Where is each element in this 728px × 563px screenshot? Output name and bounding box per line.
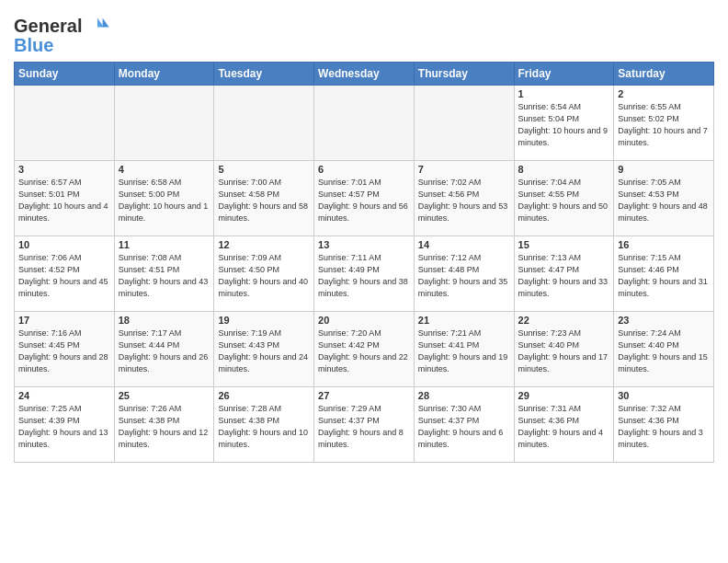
day-number: 21 [418,315,510,326]
day-cell [414,86,514,161]
day-cell: 9Sunrise: 7:05 AM Sunset: 4:53 PM Daylig… [614,161,714,236]
day-cell: 28Sunrise: 7:30 AM Sunset: 4:37 PM Dayli… [414,387,514,463]
day-info: Sunrise: 7:02 AM Sunset: 4:56 PM Dayligh… [418,177,510,224]
day-info: Sunrise: 7:28 AM Sunset: 4:38 PM Dayligh… [218,403,310,451]
day-info: Sunrise: 6:57 AM Sunset: 5:01 PM Dayligh… [18,177,110,224]
day-info: Sunrise: 7:05 AM Sunset: 4:53 PM Dayligh… [618,177,710,224]
day-info: Sunrise: 7:08 AM Sunset: 4:51 PM Dayligh… [119,252,210,300]
day-info: Sunrise: 7:00 AM Sunset: 4:58 PM Dayligh… [218,177,310,224]
day-info: Sunrise: 7:15 AM Sunset: 4:46 PM Dayligh… [618,252,710,300]
day-cell: 29Sunrise: 7:31 AM Sunset: 4:36 PM Dayli… [514,387,614,463]
logo-general: General [14,16,82,37]
day-info: Sunrise: 7:32 AM Sunset: 4:36 PM Dayligh… [618,403,710,451]
day-cell [114,86,214,161]
day-cell: 23Sunrise: 7:24 AM Sunset: 4:40 PM Dayli… [614,312,714,387]
day-cell [314,86,415,161]
header: General Blue [14,9,714,56]
day-cell: 15Sunrise: 7:13 AM Sunset: 4:47 PM Dayli… [514,236,614,312]
day-cell: 4Sunrise: 6:58 AM Sunset: 5:00 PM Daylig… [114,161,214,236]
day-info: Sunrise: 7:31 AM Sunset: 4:36 PM Dayligh… [518,403,610,451]
day-cell: 2Sunrise: 6:55 AM Sunset: 5:02 PM Daylig… [614,86,714,161]
day-number: 13 [318,239,410,250]
logo: General Blue [14,13,110,56]
day-cell: 27Sunrise: 7:29 AM Sunset: 4:37 PM Dayli… [314,387,415,463]
day-number: 30 [618,390,710,401]
day-number: 28 [418,390,510,401]
day-number: 15 [518,239,610,250]
day-number: 8 [518,164,610,175]
calendar: SundayMondayTuesdayWednesdayThursdayFrid… [14,62,714,463]
day-info: Sunrise: 7:06 AM Sunset: 4:52 PM Dayligh… [18,252,110,300]
day-info: Sunrise: 7:17 AM Sunset: 4:44 PM Dayligh… [119,327,210,375]
day-number: 11 [119,239,210,250]
day-cell: 1Sunrise: 6:54 AM Sunset: 5:04 PM Daylig… [514,86,614,161]
day-info: Sunrise: 7:01 AM Sunset: 4:57 PM Dayligh… [318,177,410,224]
day-info: Sunrise: 7:25 AM Sunset: 4:39 PM Dayligh… [18,403,110,451]
day-number: 24 [18,390,110,401]
day-number: 9 [618,164,710,175]
day-cell: 5Sunrise: 7:00 AM Sunset: 4:58 PM Daylig… [214,161,314,236]
week-row-1: 1Sunrise: 6:54 AM Sunset: 5:04 PM Daylig… [15,86,714,161]
day-number: 7 [418,164,510,175]
weekday-header-monday: Monday [114,63,214,86]
weekday-header-saturday: Saturday [614,63,714,86]
day-cell: 18Sunrise: 7:17 AM Sunset: 4:44 PM Dayli… [114,312,214,387]
day-number: 14 [418,239,510,250]
day-number: 22 [518,315,610,326]
day-cell [15,86,115,161]
day-cell: 16Sunrise: 7:15 AM Sunset: 4:46 PM Dayli… [614,236,714,312]
day-cell: 19Sunrise: 7:19 AM Sunset: 4:43 PM Dayli… [214,312,314,387]
day-number: 6 [318,164,410,175]
day-number: 23 [618,315,710,326]
day-info: Sunrise: 7:23 AM Sunset: 4:40 PM Dayligh… [518,327,610,375]
day-info: Sunrise: 7:29 AM Sunset: 4:37 PM Dayligh… [318,403,410,451]
day-number: 26 [218,390,310,401]
day-info: Sunrise: 7:30 AM Sunset: 4:37 PM Dayligh… [418,403,510,451]
weekday-header-thursday: Thursday [414,63,514,86]
day-cell: 11Sunrise: 7:08 AM Sunset: 4:51 PM Dayli… [114,236,214,312]
day-info: Sunrise: 7:26 AM Sunset: 4:38 PM Dayligh… [119,403,210,451]
day-info: Sunrise: 6:54 AM Sunset: 5:04 PM Dayligh… [518,101,610,149]
day-info: Sunrise: 7:13 AM Sunset: 4:47 PM Dayligh… [518,252,610,300]
day-number: 18 [119,315,210,326]
day-number: 2 [618,88,710,99]
week-row-5: 24Sunrise: 7:25 AM Sunset: 4:39 PM Dayli… [15,387,714,463]
day-cell: 30Sunrise: 7:32 AM Sunset: 4:36 PM Dayli… [614,387,714,463]
day-number: 12 [218,239,310,250]
logo-icon [85,13,110,39]
page-container: General Blue SundayMondayTuesdayWednesda… [0,0,728,563]
day-cell: 12Sunrise: 7:09 AM Sunset: 4:50 PM Dayli… [214,236,314,312]
day-cell [214,86,314,161]
day-info: Sunrise: 7:09 AM Sunset: 4:50 PM Dayligh… [218,252,310,300]
week-row-3: 10Sunrise: 7:06 AM Sunset: 4:52 PM Dayli… [15,236,714,312]
day-number: 29 [518,390,610,401]
day-info: Sunrise: 7:16 AM Sunset: 4:45 PM Dayligh… [18,327,110,375]
weekday-header-friday: Friday [514,63,614,86]
day-cell: 20Sunrise: 7:20 AM Sunset: 4:42 PM Dayli… [314,312,415,387]
day-info: Sunrise: 6:58 AM Sunset: 5:00 PM Dayligh… [119,177,210,224]
day-number: 25 [119,390,210,401]
day-number: 10 [18,239,110,250]
weekday-header-tuesday: Tuesday [214,63,314,86]
day-number: 16 [618,239,710,250]
day-info: Sunrise: 7:24 AM Sunset: 4:40 PM Dayligh… [618,327,710,375]
day-number: 27 [318,390,410,401]
day-cell: 8Sunrise: 7:04 AM Sunset: 4:55 PM Daylig… [514,161,614,236]
day-info: Sunrise: 7:21 AM Sunset: 4:41 PM Dayligh… [418,327,510,375]
day-number: 20 [318,315,410,326]
weekday-header-sunday: Sunday [15,63,115,86]
day-cell: 21Sunrise: 7:21 AM Sunset: 4:41 PM Dayli… [414,312,514,387]
day-info: Sunrise: 7:04 AM Sunset: 4:55 PM Dayligh… [518,177,610,224]
day-number: 17 [18,315,110,326]
week-row-2: 3Sunrise: 6:57 AM Sunset: 5:01 PM Daylig… [15,161,714,236]
day-cell: 14Sunrise: 7:12 AM Sunset: 4:48 PM Dayli… [414,236,514,312]
svg-marker-0 [103,18,109,28]
day-info: Sunrise: 6:55 AM Sunset: 5:02 PM Dayligh… [618,101,710,149]
day-cell: 17Sunrise: 7:16 AM Sunset: 4:45 PM Dayli… [15,312,115,387]
day-cell: 13Sunrise: 7:11 AM Sunset: 4:49 PM Dayli… [314,236,415,312]
day-cell: 25Sunrise: 7:26 AM Sunset: 4:38 PM Dayli… [114,387,214,463]
day-cell: 24Sunrise: 7:25 AM Sunset: 4:39 PM Dayli… [15,387,115,463]
day-cell: 10Sunrise: 7:06 AM Sunset: 4:52 PM Dayli… [15,236,115,312]
day-number: 19 [218,315,310,326]
week-row-4: 17Sunrise: 7:16 AM Sunset: 4:45 PM Dayli… [15,312,714,387]
